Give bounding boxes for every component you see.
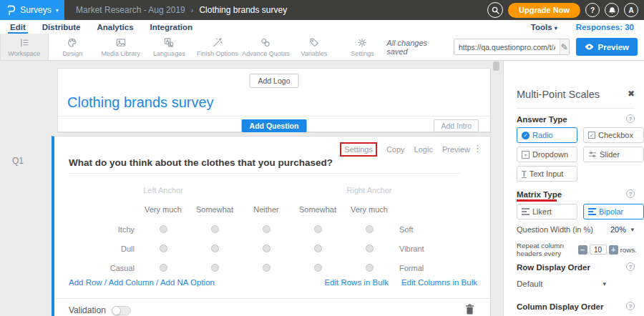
- scale-header: Very much: [343, 205, 395, 214]
- radio-option[interactable]: [314, 225, 322, 233]
- matrix-type-likert[interactable]: Likert: [517, 204, 577, 219]
- question-action-copy[interactable]: Copy: [386, 145, 405, 154]
- panel-title: Multi-Point Scales: [517, 89, 600, 100]
- decrement-button[interactable]: −: [578, 245, 587, 255]
- radio-option[interactable]: [314, 264, 322, 272]
- palette-icon: [67, 37, 78, 48]
- add-intro-button[interactable]: Add Intro: [434, 119, 479, 132]
- edit-rows-bulk-link[interactable]: Edit Rows in Bulk: [324, 278, 388, 287]
- answer-type-options: ✓ Radio ✓ Checkbox ▾ Dropdown Slider T T: [517, 127, 644, 182]
- radio-option[interactable]: [160, 245, 167, 252]
- toolbar-item-media-library[interactable]: Media Library: [97, 34, 145, 60]
- divider: [58, 116, 490, 117]
- row-display-order-select[interactable]: Default ▾: [517, 280, 606, 288]
- edit-columns-bulk-link[interactable]: Edit Columns in Bulk: [401, 278, 477, 287]
- question-action-settings[interactable]: Settings: [340, 142, 377, 157]
- search-button[interactable]: [487, 2, 503, 18]
- question-action-preview[interactable]: Preview: [442, 145, 470, 154]
- answer-type-checkbox[interactable]: ✓ Checkbox: [583, 127, 644, 143]
- text-input-icon: T: [522, 170, 527, 178]
- canvas-scrollbar[interactable]: [493, 61, 499, 71]
- radio-option[interactable]: [366, 264, 374, 272]
- answer-type-dropdown[interactable]: ▾ Dropdown: [517, 147, 577, 162]
- add-row-link[interactable]: Add Row: [69, 278, 102, 287]
- radio-option[interactable]: [263, 245, 270, 252]
- add-logo-button[interactable]: Add Logo: [250, 74, 299, 88]
- answer-type-radio[interactable]: ✓ Radio: [517, 127, 577, 143]
- row-display-order-help-icon[interactable]: ?: [626, 262, 635, 271]
- notifications-button[interactable]: [605, 3, 619, 17]
- image-icon: [115, 37, 127, 48]
- radio-option[interactable]: [211, 225, 219, 233]
- radio-option[interactable]: [160, 264, 167, 272]
- matrix-type-annotation: [517, 199, 557, 202]
- edit-toolbar: Workspace Design Media Library Languages…: [0, 34, 644, 61]
- surveys-menu[interactable]: Surveys ▾: [0, 0, 64, 20]
- scale-header: Somewhat: [292, 205, 343, 214]
- radio-option[interactable]: [160, 225, 167, 233]
- toolbar-item-languages[interactable]: Languages: [145, 34, 194, 60]
- matrix-type-help-icon[interactable]: ?: [626, 189, 635, 198]
- tab-analytics[interactable]: Analytics: [90, 20, 140, 34]
- kebab-menu-icon[interactable]: ⋮: [473, 143, 482, 154]
- radio-check-icon: ✓: [522, 132, 530, 139]
- radio-option[interactable]: [263, 264, 270, 272]
- breadcrumb-folder[interactable]: Market Research - Aug 2019: [76, 5, 185, 15]
- preview-button[interactable]: Preview: [576, 38, 638, 56]
- workspace-icon: [19, 37, 30, 48]
- likert-icon: [522, 208, 530, 215]
- toolbar-item-settings[interactable]: Settings: [338, 34, 387, 60]
- questionpro-logo-icon: [6, 5, 16, 16]
- toolbar-item-variables[interactable]: Variables: [290, 34, 338, 60]
- validation-toggle[interactable]: [112, 306, 131, 315]
- question-action-logic[interactable]: Logic: [414, 145, 433, 154]
- toolbar-item-design[interactable]: Design: [49, 34, 97, 60]
- toolbar-item-advance-quotas[interactable]: Advance Quotas: [242, 34, 291, 60]
- upgrade-now-button[interactable]: Upgrade Now: [508, 3, 580, 18]
- radio-option[interactable]: [211, 245, 219, 252]
- responses-link[interactable]: Responses: 30: [576, 23, 634, 31]
- tab-distribute[interactable]: Distribute: [36, 20, 87, 34]
- radio-option[interactable]: [211, 264, 219, 272]
- row-label-left[interactable]: Casual: [69, 264, 137, 272]
- chevron-down-icon[interactable]: ▾: [630, 226, 634, 233]
- matrix-type-bipolar[interactable]: Bipolar: [583, 204, 644, 219]
- autosave-status: All changes saved: [386, 39, 447, 56]
- answer-type-help-icon[interactable]: ?: [626, 114, 635, 123]
- tools-menu[interactable]: Tools ▾: [531, 23, 557, 31]
- question-text[interactable]: What do you think about the clothes that…: [69, 157, 333, 168]
- bulk-edit-links: Edit Rows in Bulk Edit Columns in Bulk: [324, 278, 477, 287]
- gear-icon: [356, 37, 368, 48]
- toolbar-item-finish-options[interactable]: Finish Options: [193, 34, 242, 60]
- slider-icon: [588, 151, 597, 158]
- tab-edit[interactable]: Edit: [4, 20, 32, 34]
- row-label-left[interactable]: Dull: [69, 245, 137, 253]
- row-label-left[interactable]: Itchy: [69, 225, 137, 234]
- add-na-option-link[interactable]: Add NA Option: [160, 278, 215, 287]
- toolbar-item-workspace[interactable]: Workspace: [0, 34, 49, 60]
- bell-icon: [608, 6, 616, 14]
- answer-type-text-input[interactable]: T Text Input: [517, 166, 577, 182]
- radio-option[interactable]: [366, 225, 374, 233]
- increment-button[interactable]: +: [609, 245, 618, 255]
- trash-icon[interactable]: [465, 304, 474, 315]
- survey-url-input[interactable]: [454, 39, 560, 54]
- row-label-right[interactable]: Vibrant: [395, 245, 474, 253]
- survey-title[interactable]: Clothing brands survey: [67, 94, 214, 111]
- column-display-order-help-icon[interactable]: ?: [626, 302, 635, 310]
- repeat-rows-input[interactable]: [590, 245, 607, 255]
- row-label-right[interactable]: Formal: [395, 264, 474, 272]
- avatar[interactable]: A: [624, 3, 638, 17]
- question-width-value[interactable]: 20%: [610, 225, 626, 234]
- close-icon[interactable]: ✖: [628, 89, 635, 99]
- row-label-right[interactable]: Soft: [395, 225, 474, 234]
- add-question-button[interactable]: Add Question: [242, 119, 307, 132]
- radio-option[interactable]: [314, 245, 322, 252]
- add-column-link[interactable]: Add Column: [109, 278, 154, 287]
- radio-option[interactable]: [263, 225, 270, 233]
- tab-integration[interactable]: Integration: [144, 20, 199, 34]
- radio-option[interactable]: [366, 245, 374, 252]
- help-button[interactable]: ?: [585, 3, 600, 17]
- edit-url-button[interactable]: ✎: [560, 39, 569, 54]
- answer-type-slider[interactable]: Slider: [583, 147, 644, 162]
